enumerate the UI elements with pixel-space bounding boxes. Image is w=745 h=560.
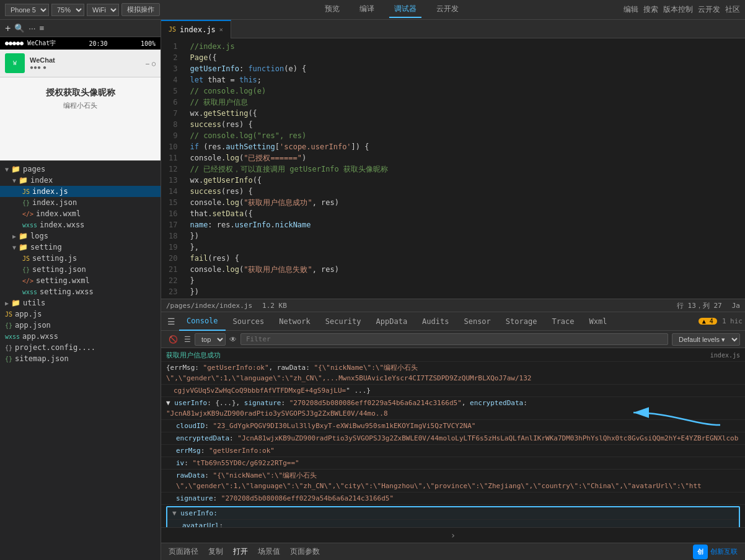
log-errmsg: errMsg: "getUserInfo:ok"	[161, 445, 745, 457]
right-content: JS index.js ✕ 1 2 3 4 5 6 7 8 9	[161, 20, 745, 560]
tab-console[interactable]: Console	[179, 312, 226, 331]
tab-trace[interactable]: Trace	[544, 312, 581, 331]
right-tab-cloud2[interactable]: 云开发	[698, 4, 720, 15]
tree-item-sitemap-json[interactable]: {} sitemap.json	[0, 353, 161, 364]
tree-item-setting-wxml[interactable]: </> setting.wxml	[0, 275, 161, 286]
code-content: //index.js Page({ getUserInfo: function(…	[185, 38, 745, 299]
bottom-open[interactable]: 打开	[233, 546, 248, 557]
phone-status-bar: ●●●●● WeChat宇 20:30 100%	[0, 37, 161, 50]
sim-toolbar: + 🔍 ··· ≡	[0, 20, 161, 37]
devtools-panel: ☰ Console Sources Network Security AppDa…	[161, 312, 745, 543]
right-tab-community[interactable]: 社区	[725, 4, 740, 15]
bottom-pagepath[interactable]: 页面路径	[169, 546, 198, 557]
top-toolbar: Phone 5 75% WiFi 模拟操作 预览 编译 调试器 云开发 编辑 搜…	[0, 0, 745, 20]
tree-item-utils[interactable]: ▶ 📁 utils	[0, 297, 161, 308]
tree-item-index-wxml[interactable]: </> index.wxml	[0, 208, 161, 219]
level-selector[interactable]: Default levels ▾	[672, 333, 740, 346]
tree-item-setting-wxss[interactable]: wxss setting.wxss	[0, 286, 161, 297]
code-editor: 1 2 3 4 5 6 7 8 9 10 11 12 13 14 15 16 1	[161, 38, 745, 299]
wechat-header: W WeChat ●●● ● — ○	[0, 50, 161, 77]
devtools-tabs: ☰ Console Sources Network Security AppDa…	[161, 312, 745, 331]
right-tab-version[interactable]: 版本控制	[663, 4, 693, 15]
tree-item-app-js[interactable]: JS app.js	[0, 308, 161, 320]
add-btn[interactable]: +	[5, 23, 11, 34]
file-tab-bar: JS index.js ✕	[161, 20, 745, 38]
file-tab-index-js[interactable]: JS index.js ✕	[161, 20, 231, 38]
tab-sensor[interactable]: Sensor	[456, 312, 498, 331]
log-cloudid: cloudID: "23_GdYgkPQGV9DI30Lul3llyBxyT-e…	[161, 420, 745, 432]
wechat-app-name: WeChat	[30, 56, 55, 64]
tree-item-app-json[interactable]: {} app.json	[0, 320, 161, 331]
tab-cloud[interactable]: 云开发	[431, 1, 464, 18]
bottom-params[interactable]: 页面参数	[290, 546, 320, 557]
tab-security[interactable]: Security	[318, 312, 369, 331]
tab-debugger[interactable]: 调试器	[389, 1, 421, 18]
right-tab-search[interactable]: 搜索	[643, 4, 658, 15]
log-rawdata: rawData: "{\"nickName\":\"编程小石头\",\"gend…	[161, 470, 745, 492]
log-signature: signature: "270208d5b080086eff0229a54b6a…	[161, 492, 745, 505]
wifi-selector[interactable]: WiFi	[87, 4, 119, 16]
expand-row[interactable]: ›	[161, 527, 745, 543]
log-iv: iv: "tTb69n55YD0c/g692z2RTg=="	[161, 457, 745, 470]
tab-appdata[interactable]: AppData	[369, 312, 415, 331]
phone-time: 20:30	[89, 40, 108, 47]
tree-item-index-js[interactable]: JS index.js	[0, 186, 161, 197]
tab-preview[interactable]: 预览	[320, 1, 345, 18]
log-line-success: 获取用户信息成功 index.js	[161, 349, 745, 362]
tab-network[interactable]: Network	[271, 312, 318, 331]
console-output-wrapper: 获取用户信息成功 index.js {errMsg: "getUserInfo:…	[161, 348, 745, 543]
right-tab-edit[interactable]: 编辑	[624, 4, 638, 15]
more-btn[interactable]: ···	[29, 24, 35, 33]
bottom-bar: 页面路径 复制 打开 场景值 页面参数 创 创新互联	[161, 543, 745, 560]
tree-item-setting-json[interactable]: {} setting.json	[0, 264, 161, 275]
tab-close-icon[interactable]: ✕	[219, 26, 223, 33]
devtools-panel-btn[interactable]: ☰	[164, 317, 179, 326]
bottom-copy[interactable]: 复制	[208, 546, 223, 557]
eye-button[interactable]: 👁	[229, 335, 237, 344]
bottom-scene[interactable]: 场景值	[258, 546, 280, 557]
menu-btn[interactable]: ≡	[39, 24, 44, 33]
tab-filename: index.js	[180, 25, 216, 34]
tree-item-app-wxss[interactable]: wxss app.wxss	[0, 331, 161, 342]
wechat-dots: ●●● ●	[30, 64, 55, 71]
log-line-userinfo-header: ▼ userInfo: {...}, signature: "270208d5b…	[161, 397, 745, 420]
file-path: /pages/index/index.js	[166, 302, 252, 310]
file-size: 1.2 KB	[262, 302, 287, 310]
tree-item-setting-js[interactable]: JS setting.js	[0, 253, 161, 264]
file-lang: Ja	[732, 302, 740, 310]
console-inspect-btn[interactable]: ☰	[184, 335, 191, 344]
phone-auth-title: 授权获取头像昵称	[10, 87, 151, 98]
device-selector[interactable]: Phone 5	[5, 4, 49, 16]
phone-signal: ●●●●● WeChat宇	[5, 39, 56, 48]
wechat-circle-icon: ○	[152, 60, 156, 67]
tab-wxml[interactable]: Wxml	[582, 312, 615, 331]
console-clear-btn[interactable]: 🚫	[166, 334, 180, 345]
main-area: + 🔍 ··· ≡ ●●●●● WeChat宇 20:30 100% W WeC…	[0, 20, 745, 560]
tree-item-pages[interactable]: ▼ 📁 pages	[0, 164, 161, 175]
tab-js-icon: JS	[169, 26, 176, 33]
console-filter-input[interactable]	[240, 333, 668, 345]
cursor-position: 行 13，列 27	[677, 301, 722, 310]
tree-item-index-json[interactable]: {} index.json	[0, 197, 161, 208]
tab-sources[interactable]: Sources	[226, 312, 272, 331]
left-sidebar: + 🔍 ··· ≡ ●●●●● WeChat宇 20:30 100% W WeC…	[0, 20, 161, 560]
tree-item-setting[interactable]: ▼ 📁 setting	[0, 242, 161, 253]
phone-battery: 100%	[141, 40, 156, 47]
hide-count: 1 hic	[722, 317, 743, 325]
top-selector[interactable]: top	[195, 333, 226, 346]
zoom-selector[interactable]: 75%	[51, 4, 84, 16]
tab-storage[interactable]: Storage	[498, 312, 545, 331]
phone-frame: ●●●●● WeChat宇 20:30 100% W WeChat ●●● ● …	[0, 37, 161, 161]
console-toolbar: 🚫 ☰ top 👁 Default levels ▾	[161, 331, 745, 348]
tab-audits[interactable]: Audits	[415, 312, 456, 331]
simulate-button[interactable]: 模拟操作	[121, 3, 160, 16]
tree-item-index[interactable]: ▼ 📁 index	[0, 175, 161, 186]
tree-item-logs[interactable]: ▶ 📁 logs	[0, 230, 161, 242]
tab-compile[interactable]: 编译	[355, 1, 379, 18]
app-container: Phone 5 75% WiFi 模拟操作 预览 编译 调试器 云开发 编辑 搜…	[0, 0, 745, 560]
log-encrypteddata: encryptedData: "JcnA81wjxKB9uZD900radPti…	[161, 432, 745, 445]
tree-item-project-config[interactable]: {} project.config....	[0, 342, 161, 353]
wechat-minus-icon: —	[146, 60, 149, 67]
search-btn[interactable]: 🔍	[14, 24, 25, 33]
tree-item-index-wxss[interactable]: wxss index.wxss	[0, 219, 161, 230]
